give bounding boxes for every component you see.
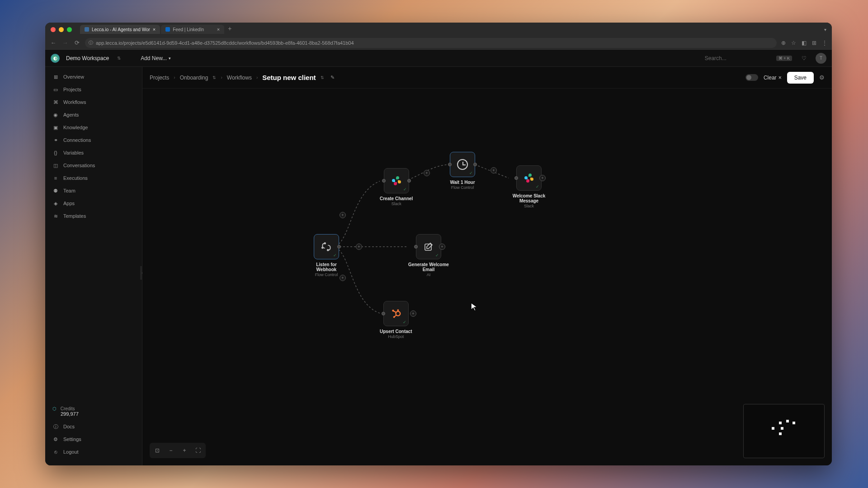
extensions-menu-icon[interactable]: ⊞ xyxy=(812,40,816,46)
apps-icon: ◈ xyxy=(52,200,59,206)
breadcrumb-project[interactable]: Onboarding xyxy=(180,75,208,81)
browser-tabs: Lecca.io - AI Agents and Wor × Feed | Li… xyxy=(80,25,234,34)
reload-button[interactable]: ⟳ xyxy=(73,39,80,46)
output-port[interactable] xyxy=(473,163,477,166)
list-icon: ≡ xyxy=(52,175,59,181)
node-generate-email[interactable]: ✓ Generate Welcome Email AI xyxy=(408,234,449,277)
logo-icon[interactable]: ◐ xyxy=(51,54,60,63)
slack-icon xyxy=(390,174,403,187)
chevron-right-icon: › xyxy=(256,75,258,80)
save-button[interactable]: Save xyxy=(787,72,814,84)
zoom-in-button[interactable]: + xyxy=(179,446,189,455)
titlebar: Lecca.io - AI Agents and Wor × Feed | Li… xyxy=(45,23,832,36)
search-input[interactable]: Search... xyxy=(705,55,768,61)
add-node-button[interactable]: + xyxy=(356,244,362,250)
zoom-out-button[interactable]: − xyxy=(166,446,176,455)
output-port[interactable] xyxy=(407,179,411,183)
back-button[interactable]: ← xyxy=(50,39,57,46)
sidebar-item-executions[interactable]: ≡Executions xyxy=(45,172,142,184)
add-node-button[interactable]: + xyxy=(340,212,346,218)
node-welcome-slack[interactable]: ✓ Welcome Slack Message Slack xyxy=(509,165,549,208)
sidebar-item-variables[interactable]: {}Variables xyxy=(45,146,142,159)
sidebar-item-settings[interactable]: ⚙Settings xyxy=(45,433,142,446)
close-tab-icon[interactable]: × xyxy=(217,27,220,32)
close-tab-icon[interactable]: × xyxy=(153,27,156,32)
enable-toggle[interactable] xyxy=(745,74,758,81)
edges xyxy=(142,89,832,465)
sidebar-item-templates[interactable]: ≋Templates xyxy=(45,210,142,222)
browser-tab-linkedin[interactable]: Feed | LinkedIn × xyxy=(161,25,224,34)
new-tab-button[interactable]: + xyxy=(225,25,234,34)
site-info-icon[interactable]: ⓘ xyxy=(89,40,93,46)
extension-icon[interactable]: ◧ xyxy=(802,40,807,46)
add-new-button[interactable]: Add New... ▾ xyxy=(141,55,171,61)
sidebar-item-logout[interactable]: ⎋Logout xyxy=(45,446,142,458)
clear-button[interactable]: Clear× xyxy=(764,75,782,81)
zoom-icon[interactable]: ⊕ xyxy=(781,40,786,46)
sidebar-item-docs[interactable]: ⓘDocs xyxy=(45,420,142,433)
minimize-window-button[interactable] xyxy=(59,27,64,32)
forward-button[interactable]: → xyxy=(61,39,69,46)
settings-button[interactable]: ⚙ xyxy=(819,74,825,81)
sidebar-item-team[interactable]: ⚉Team xyxy=(45,184,142,197)
add-node-button[interactable]: + xyxy=(340,275,346,281)
link-icon: ⚭ xyxy=(52,137,59,143)
add-node-button[interactable]: + xyxy=(491,167,497,174)
add-node-button[interactable]: + xyxy=(539,175,546,181)
input-port[interactable] xyxy=(514,176,518,180)
breadcrumb-projects[interactable]: Projects xyxy=(150,75,169,81)
sidebar-item-knowledge[interactable]: ▣Knowledge xyxy=(45,121,142,134)
edit-name-button[interactable]: ✎ xyxy=(330,75,335,80)
people-icon: ⚉ xyxy=(52,188,59,194)
workflow-canvas[interactable]: ✓ Listen for Webhook Flow Control + + + xyxy=(142,89,832,465)
sidebar-item-workflows[interactable]: ⌘Workflows xyxy=(45,96,142,108)
clock-icon xyxy=(457,159,468,170)
check-icon: ✓ xyxy=(403,187,407,192)
sidebar-item-projects[interactable]: ▭Projects xyxy=(45,83,142,96)
project-selector-icon[interactable]: ⇅ xyxy=(212,75,216,80)
app-header: ◐ Demo Workspace ⇅ Add New... ▾ Search..… xyxy=(45,50,832,67)
bookmark-icon[interactable]: ☆ xyxy=(791,40,796,46)
input-port[interactable] xyxy=(448,163,452,166)
add-node-button[interactable]: + xyxy=(410,310,416,317)
node-upsert-contact[interactable]: ✓ Upsert Contact HubSpot xyxy=(380,301,412,339)
breadcrumb-workflows[interactable]: Workflows xyxy=(227,75,252,81)
browser-tab-lecca[interactable]: Lecca.io - AI Agents and Wor × xyxy=(80,25,160,34)
close-window-button[interactable] xyxy=(51,27,56,32)
maximize-window-button[interactable] xyxy=(67,27,72,32)
tab-title: Lecca.io - AI Agents and Wor xyxy=(92,27,150,32)
minimap[interactable] xyxy=(743,404,825,458)
svg-line-8 xyxy=(393,311,396,313)
browser-menu-icon[interactable]: ⋮ xyxy=(822,40,827,46)
node-listen-webhook[interactable]: ✓ Listen for Webhook Flow Control xyxy=(306,234,347,277)
sidebar-item-connections[interactable]: ⚭Connections xyxy=(45,134,142,146)
fit-view-button[interactable]: ⊡ xyxy=(152,446,162,455)
workspace-name[interactable]: Demo Workspace xyxy=(66,55,109,61)
agent-icon: ◉ xyxy=(52,112,59,118)
compose-icon xyxy=(423,241,434,252)
add-node-button[interactable]: + xyxy=(439,244,445,250)
address-input[interactable]: ⓘ app.lecca.io/projects/e5d6141d-9d59-4c… xyxy=(85,38,777,48)
sidebar-item-agents[interactable]: ◉Agents xyxy=(45,108,142,121)
input-port[interactable] xyxy=(414,245,418,249)
check-icon: ✓ xyxy=(333,253,337,258)
output-port[interactable] xyxy=(337,245,341,249)
sidebar-item-apps[interactable]: ◈Apps xyxy=(45,197,142,210)
input-port[interactable] xyxy=(382,179,386,183)
traffic-lights xyxy=(51,27,72,32)
expand-tabs-icon[interactable]: ▾ xyxy=(824,27,826,32)
notifications-button[interactable]: ♡ xyxy=(798,53,809,64)
sidebar-item-conversations[interactable]: ◫Conversations xyxy=(45,159,142,172)
user-avatar[interactable]: T xyxy=(816,53,826,64)
sidebar: ⊞Overview ▭Projects ⌘Workflows ◉Agents ▣… xyxy=(45,67,142,465)
check-icon: ✓ xyxy=(403,320,406,324)
check-icon: ✓ xyxy=(435,253,439,258)
input-port[interactable] xyxy=(382,312,385,315)
fullscreen-button[interactable]: ⛶ xyxy=(193,446,203,455)
workflow-selector-icon[interactable]: ⇅ xyxy=(321,75,324,80)
node-create-channel[interactable]: ✓ Create Channel Slack xyxy=(380,168,413,206)
node-wait[interactable]: ✓ Wait 1 Hour Flow Control xyxy=(450,152,475,190)
add-node-button[interactable]: + xyxy=(424,170,430,176)
sidebar-item-overview[interactable]: ⊞Overview xyxy=(45,70,142,83)
workspace-selector-icon[interactable]: ⇅ xyxy=(117,56,121,61)
